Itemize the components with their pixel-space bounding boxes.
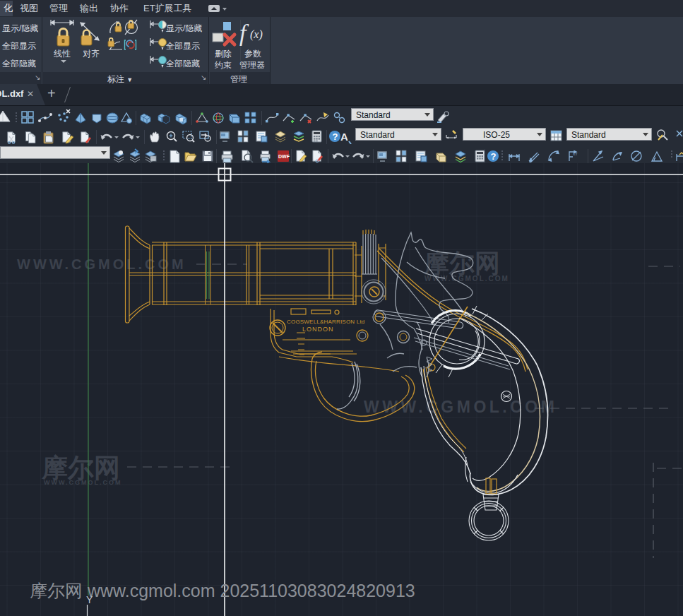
svg-text:(x): (x) [250, 28, 263, 41]
svg-text:COGSWELL&HARRISON Ltd: COGSWELL&HARRISON Ltd [287, 319, 364, 325]
svg-text:f: f [239, 20, 249, 46]
svg-text:对齐: 对齐 [83, 49, 100, 59]
svg-text:LONDON: LONDON [302, 326, 334, 333]
svg-text:线性: 线性 [54, 49, 71, 59]
svg-text:XY: XY [573, 152, 578, 156]
svg-text:?: ? [491, 151, 497, 162]
svg-text:A: A [340, 131, 348, 143]
svg-text:?: ? [333, 131, 338, 142]
svg-text:DWF: DWF [278, 154, 290, 159]
